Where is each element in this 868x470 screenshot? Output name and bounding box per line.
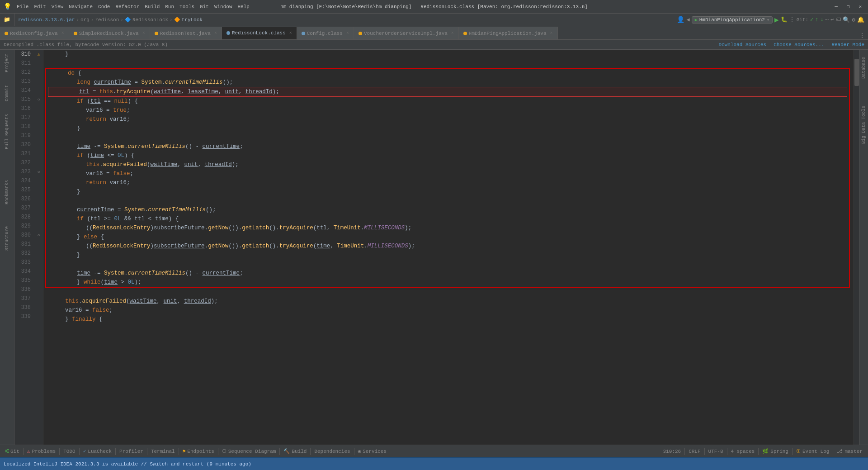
code-line-312: do { xyxy=(46,69,849,78)
breadcrumb-jar[interactable]: redisson-3.13.6.jar xyxy=(18,17,75,23)
menu-view[interactable]: View xyxy=(52,4,63,9)
menu-tools[interactable]: Tools xyxy=(179,4,194,9)
menu-navigate[interactable]: Navigate xyxy=(69,4,93,9)
terminal-status-item[interactable]: Terminal xyxy=(147,445,179,457)
window-title: hm-dianping [E:\Note\Note\Redis\hm-dianp… xyxy=(280,4,588,9)
debug-button[interactable]: 🐛 xyxy=(781,16,788,23)
code-line-311 xyxy=(43,59,854,68)
line-ending-indicator[interactable]: CRLF xyxy=(685,445,704,457)
tab-redissonlock[interactable]: RedissonLock.class × xyxy=(222,27,297,39)
status-bar: ⑆ Git ⚠ Problems TODO ✓ LuaCheck Profile… xyxy=(0,445,868,457)
search-icon[interactable]: 🔍 xyxy=(843,16,850,24)
tab-hmdianping[interactable]: HmDianPingApplication.java × xyxy=(459,27,558,39)
git-push-icon[interactable]: ↓ xyxy=(821,17,824,23)
endpoints-status-item[interactable]: ⚑ Endpoints xyxy=(179,445,218,457)
menu-build[interactable]: Build xyxy=(145,4,160,9)
project-icon[interactable]: 📁 xyxy=(4,16,10,23)
git-check-icon[interactable]: ✓ xyxy=(810,16,813,23)
commit-tool-button[interactable]: Commit xyxy=(5,85,9,101)
build-status-item[interactable]: 🔨 Build xyxy=(280,445,310,457)
tab-close-icon[interactable]: × xyxy=(61,31,64,36)
menu-window[interactable]: Window xyxy=(214,4,232,9)
redo-icon[interactable]: 🏷 xyxy=(835,16,841,23)
profiler-status-item[interactable]: Profiler xyxy=(116,445,147,457)
menu-file[interactable]: File xyxy=(17,4,28,9)
branch-text: master xyxy=(844,449,863,454)
project-tool-button[interactable]: Project xyxy=(5,53,9,72)
bookmarks-tool-button[interactable]: Bookmarks xyxy=(5,180,9,204)
reader-mode-link[interactable]: Reader Mode xyxy=(831,42,864,47)
services-status-item[interactable]: ◉ Services xyxy=(354,445,390,457)
tab-close-icon[interactable]: × xyxy=(451,31,454,36)
maximize-button[interactable]: ❐ xyxy=(844,4,853,9)
pull-requests-tool-button[interactable]: Pull Requests xyxy=(5,114,9,149)
more-run-options[interactable]: ⋮ xyxy=(789,16,795,23)
code-line-336 xyxy=(43,288,854,297)
code-editor[interactable]: } do { long currentTime = System.current… xyxy=(43,50,854,445)
run-button[interactable]: ▶ xyxy=(774,15,779,24)
position-indicator[interactable]: 310:26 xyxy=(660,445,685,457)
sequence-diagram-label: Sequence Diagram xyxy=(228,449,276,454)
structure-tool-button[interactable]: Structure xyxy=(5,226,9,251)
tab-redissontest[interactable]: RedissonTest.java × xyxy=(150,27,222,39)
todo-status-item[interactable]: TODO xyxy=(60,445,79,457)
undo-icon[interactable]: ↩ xyxy=(830,16,834,23)
menu-refactor[interactable]: Refactor xyxy=(115,4,139,9)
indentation-indicator[interactable]: 4 spaces xyxy=(727,445,759,457)
tab-close-icon[interactable]: × xyxy=(550,31,553,36)
breadcrumb-org[interactable]: org xyxy=(80,17,90,23)
breadcrumb-redisson[interactable]: redisson xyxy=(95,17,119,23)
scrollbar[interactable] xyxy=(854,50,859,445)
bigdata-label: Big Data Tools xyxy=(860,102,868,147)
tab-config[interactable]: Config.class × xyxy=(297,27,354,39)
avatar-icon[interactable]: 👤 xyxy=(677,16,684,24)
sequence-diagram-status-item[interactable]: ⎔ Sequence Diagram xyxy=(218,445,280,457)
encoding-indicator[interactable]: UTF-8 xyxy=(705,445,727,457)
run-config-dropdown[interactable]: ▶ HmDianPingApplication2 ▾ xyxy=(692,16,773,24)
notifications-icon[interactable]: 🔔 xyxy=(857,16,864,24)
download-sources-link[interactable]: Download Sources xyxy=(719,42,767,47)
bigdata-tool-button[interactable]: Big Data Tools xyxy=(860,102,868,149)
tab-close-icon[interactable]: × xyxy=(142,31,145,36)
close-button[interactable]: ✕ xyxy=(856,4,864,9)
breadcrumb-redissonlock[interactable]: RedissonLock xyxy=(132,17,168,23)
profiler-label: Profiler xyxy=(119,449,143,454)
luacheck-status-item[interactable]: ✓ LuaCheck xyxy=(80,445,115,457)
breadcrumb-class[interactable]: 🔷 xyxy=(125,17,131,23)
dependencies-status-item[interactable]: Dependencies xyxy=(311,445,354,457)
decompiled-notice-text: Decompiled .class file, bytecode version… xyxy=(4,42,168,47)
git-more-icon[interactable]: ⋯ xyxy=(826,16,829,23)
menu-run[interactable]: Run xyxy=(165,4,174,9)
tabs-more-button[interactable]: ⋮ xyxy=(856,32,868,39)
tab-label: VoucherOrderServiceImpl.java xyxy=(364,31,448,36)
tab-voucherorder[interactable]: VoucherOrderServiceImpl.java × xyxy=(354,27,459,39)
back-icon[interactable]: ◀ xyxy=(686,16,689,23)
git-update-icon[interactable]: ↑ xyxy=(815,17,818,23)
problems-status-item[interactable]: ⚠ Problems xyxy=(24,445,59,457)
line-num-319: 319 xyxy=(14,131,33,140)
choose-sources-link[interactable]: Choose Sources... xyxy=(774,42,824,47)
menu-help[interactable]: Help xyxy=(238,4,250,9)
breadcrumb-method[interactable]: 🔶 xyxy=(174,17,180,23)
git-status-item[interactable]: ⑆ Git xyxy=(2,445,23,457)
code-line-335: } while(time > 0L); xyxy=(46,278,849,287)
database-tool-button[interactable]: Database xyxy=(860,53,868,84)
event-log-indicator[interactable]: ① Event Log xyxy=(793,445,833,457)
tab-close-icon[interactable]: × xyxy=(214,31,217,36)
tab-redisconfig[interactable]: RedisConfig.java × xyxy=(0,27,69,39)
tab-label: HmDianPingApplication.java xyxy=(469,31,547,36)
breadcrumb-trylock[interactable]: tryLock xyxy=(182,17,203,23)
build-label: Build xyxy=(292,449,307,454)
bookmark-330: ○ xyxy=(37,233,40,238)
menu-code[interactable]: Code xyxy=(98,4,110,9)
menu-git[interactable]: Git xyxy=(200,4,209,9)
menu-edit[interactable]: Edit xyxy=(34,4,46,9)
tab-close-icon[interactable]: × xyxy=(346,31,349,36)
tab-close-icon[interactable]: × xyxy=(289,31,292,36)
tab-simpleredislock[interactable]: SimpleRedisLock.java × xyxy=(69,27,150,39)
settings-icon[interactable]: ⚙ xyxy=(852,16,855,24)
spring-indicator[interactable]: 🌿 Spring xyxy=(759,445,792,457)
scrollbar-thumb[interactable] xyxy=(854,59,859,86)
branch-indicator[interactable]: ⎇ master xyxy=(833,445,866,457)
minimize-button[interactable]: — xyxy=(832,4,840,9)
